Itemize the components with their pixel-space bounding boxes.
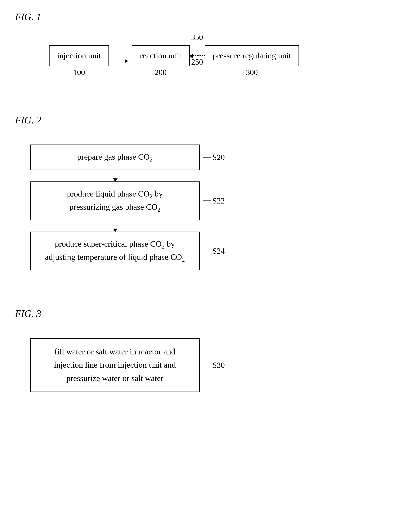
flow-row-s24: produce super-critical phase CO2 byadjus… (30, 232, 225, 270)
s24-label: S24 (212, 246, 225, 256)
s22-text: produce liquid phase CO2 bypressurizing … (67, 189, 163, 211)
label-350-container: 350 (191, 33, 203, 58)
fig3-section: FIG. 3 fill water or salt water in react… (15, 308, 405, 400)
step-connector-line-s20 (203, 157, 211, 158)
step-connector-s22: S22 (203, 196, 225, 205)
dashed-arrowhead (189, 54, 193, 58)
injection-unit-label: injection unit (57, 51, 101, 60)
down-arrow-1 (115, 170, 115, 181)
fig1-section: FIG. 1 injection unit 100 reaction unit … (15, 11, 405, 92)
pressure-unit-box: pressure regulating unit (205, 45, 299, 66)
s30-text: fill water or salt water in reactor andi… (54, 347, 176, 383)
pressure-unit-wrapper: pressure regulating unit 300 (205, 45, 299, 77)
s24-text: produce super-critical phase CO2 byadjus… (45, 239, 185, 262)
s20-text: prepare gas phase CO2 (77, 152, 153, 161)
down-arrow-2 (115, 220, 115, 232)
step-connector-s24: S24 (203, 246, 225, 256)
fig3-box-s30: fill water or salt water in reactor andi… (30, 338, 200, 392)
flow-box-s24: produce super-critical phase CO2 byadjus… (30, 232, 200, 270)
s20-label: S20 (212, 153, 225, 162)
injection-unit-wrapper: injection unit 100 (49, 45, 109, 77)
reaction-unit-label: reaction unit (140, 51, 181, 60)
connection-250-number: 250 (191, 57, 203, 67)
connection-250-region: 350 250 (190, 55, 205, 67)
step-connector-line-s30 (203, 365, 211, 365)
step-connector-line-s22 (203, 200, 211, 201)
fig2-flowchart: prepare gas phase CO2 S20 produce liquid… (15, 137, 405, 278)
dashed-connection (190, 55, 205, 56)
dashed-line-left (190, 55, 205, 56)
injection-unit-box: injection unit (49, 45, 109, 66)
fig3-box-row: fill water or salt water in reactor andi… (15, 331, 405, 400)
step-connector-s20: S20 (203, 153, 225, 162)
s30-label: S30 (212, 361, 225, 370)
step-connector-s30: S30 (203, 361, 225, 370)
s22-label: S22 (212, 196, 225, 205)
reaction-unit-box: reaction unit (132, 45, 189, 66)
fig2-section: FIG. 2 prepare gas phase CO2 S20 produce… (15, 114, 405, 278)
label-350-text: 350 (191, 33, 203, 42)
injection-unit-number: 100 (73, 68, 85, 77)
fig3-label: FIG. 3 (15, 308, 405, 319)
arrow-line-1 (113, 61, 128, 61)
fig1-units-row: injection unit 100 reaction unit 200 350 (49, 45, 299, 77)
reaction-unit-wrapper: reaction unit 200 (132, 45, 189, 77)
step-connector-line-s24 (203, 251, 211, 251)
fig1-diagram: injection unit 100 reaction unit 200 350 (15, 34, 405, 92)
fig2-label: FIG. 2 (15, 114, 405, 126)
reaction-unit-number: 200 (155, 68, 166, 77)
arrow-injection-reaction (113, 61, 128, 61)
flow-row-s22: produce liquid phase CO2 bypressurizing … (30, 181, 225, 220)
pressure-unit-label: pressure regulating unit (213, 51, 291, 60)
flow-box-s20: prepare gas phase CO2 (30, 144, 200, 170)
fig1-label: FIG. 1 (15, 11, 405, 23)
flow-row-s20: prepare gas phase CO2 S20 (30, 144, 225, 170)
pressure-unit-number: 300 (246, 68, 258, 77)
flow-box-s22: produce liquid phase CO2 bypressurizing … (30, 181, 200, 220)
